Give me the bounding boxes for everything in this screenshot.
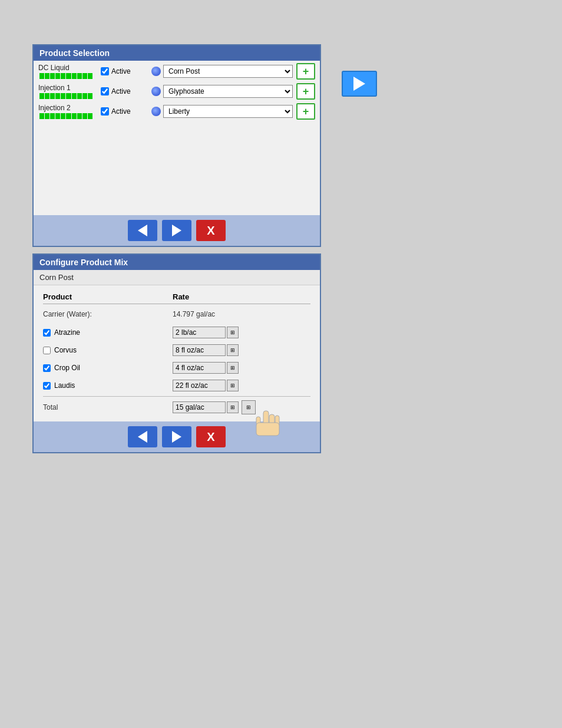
injection2-plus-button[interactable]: + xyxy=(296,103,315,120)
configure-back-icon xyxy=(138,431,147,443)
injection2-label: Injection 2 xyxy=(38,104,94,112)
dc-liquid-dropdown-container: Corn Post Glyphosate Liberty xyxy=(151,65,293,78)
atrazine-label: Atrazine xyxy=(54,328,80,337)
seg9 xyxy=(82,73,87,79)
injection2-label-col: Injection 2 xyxy=(38,104,97,119)
configure-footer: X xyxy=(34,421,320,452)
configure-header: Configure Product Mix xyxy=(34,255,320,270)
crop-oil-rate-field: ⊞ xyxy=(173,362,239,374)
injection1-active-checkbox[interactable]: Active xyxy=(101,87,148,95)
laudis-check-container[interactable]: Laudis xyxy=(43,381,173,390)
injection1-progress xyxy=(39,93,92,99)
carrier-label: Carrier (Water): xyxy=(43,310,173,318)
dc-liquid-row: DC Liquid Active Corn Post Glypho xyxy=(34,61,320,81)
configure-table-header: Product Rate xyxy=(43,290,310,304)
injection2-dropdown-container: Corn Post Glyphosate Liberty xyxy=(151,105,293,118)
carrier-value: 14.797 gal/ac xyxy=(173,310,215,318)
dc-liquid-plus-icon: + xyxy=(303,65,309,78)
configure-forward-icon xyxy=(172,431,181,443)
injection1-row: Injection 1 Active Corn Post Glyp xyxy=(34,81,320,101)
injection2-plus-icon: + xyxy=(303,106,309,118)
injection2-dropdown[interactable]: Corn Post Glyphosate Liberty xyxy=(163,105,293,118)
dc-liquid-progress xyxy=(39,73,92,79)
product-selection-header: Product Selection xyxy=(34,45,320,61)
injection1-active-label: Active xyxy=(111,87,131,95)
injection1-active-input[interactable] xyxy=(101,87,109,95)
configure-close-button[interactable]: X xyxy=(196,426,226,447)
dc-liquid-dropdown[interactable]: Corn Post Glyphosate Liberty xyxy=(163,65,293,78)
atrazine-rate-icon[interactable]: ⊞ xyxy=(227,327,239,338)
seg4 xyxy=(55,113,60,119)
seg4 xyxy=(55,93,60,99)
crop-oil-checkbox[interactable] xyxy=(43,364,51,372)
atrazine-rate-input[interactable] xyxy=(173,327,226,338)
play-icon xyxy=(353,77,365,91)
dc-liquid-active-label: Active xyxy=(111,67,131,75)
product-selection-panel: Product Selection DC Liquid Active xyxy=(32,44,321,247)
dc-liquid-label-col: DC Liquid xyxy=(38,64,97,79)
total-table-icon[interactable]: ⊞ xyxy=(242,400,256,414)
seg2 xyxy=(45,73,49,79)
configure-back-button[interactable] xyxy=(128,426,157,447)
crop-oil-rate-icon[interactable]: ⊞ xyxy=(227,362,239,374)
laudis-checkbox[interactable] xyxy=(43,382,51,390)
seg5 xyxy=(61,93,65,99)
laudis-rate-field: ⊞ xyxy=(173,380,239,391)
total-row: Total ⊞ ⊞ xyxy=(43,396,310,417)
play-button[interactable] xyxy=(342,71,377,97)
seg7 xyxy=(72,113,77,119)
configure-body: Product Rate Carrier (Water): 14.797 gal… xyxy=(34,285,320,421)
injection2-active-checkbox[interactable]: Active xyxy=(101,107,148,116)
product-selection-back-button[interactable] xyxy=(128,220,157,241)
crop-oil-row: Crop Oil ⊞ xyxy=(43,360,310,376)
injection1-dropdown[interactable]: Corn Post Glyphosate Liberty xyxy=(163,85,293,98)
corvus-rate-input[interactable] xyxy=(173,344,226,356)
dc-liquid-active-checkbox[interactable]: Active xyxy=(101,67,148,75)
seg10 xyxy=(88,73,92,79)
crop-oil-check-container[interactable]: Crop Oil xyxy=(43,364,173,372)
injection2-active-input[interactable] xyxy=(101,107,109,116)
seg10 xyxy=(88,93,92,99)
seg3 xyxy=(50,73,55,79)
product-selection-title: Product Selection xyxy=(39,48,110,58)
atrazine-check-container[interactable]: Atrazine xyxy=(43,328,173,337)
forward-icon xyxy=(172,225,181,236)
injection1-plus-button[interactable]: + xyxy=(296,83,315,100)
configure-subheader-text: Corn Post xyxy=(39,273,74,282)
seg5 xyxy=(61,113,65,119)
total-rate-icon[interactable]: ⊞ xyxy=(227,401,239,413)
crop-oil-rate-input[interactable] xyxy=(173,362,226,374)
crop-oil-label: Crop Oil xyxy=(54,364,80,372)
seg4 xyxy=(55,73,60,79)
laudis-rate-icon[interactable]: ⊞ xyxy=(227,380,239,391)
atrazine-checkbox[interactable] xyxy=(43,329,51,337)
total-rate-input[interactable] xyxy=(173,401,226,413)
seg5 xyxy=(61,73,65,79)
injection2-active-label: Active xyxy=(111,107,131,116)
seg7 xyxy=(72,73,77,79)
seg8 xyxy=(77,73,82,79)
injection1-dropdown-container: Corn Post Glyphosate Liberty xyxy=(151,85,293,98)
seg2 xyxy=(45,113,49,119)
product-selection-close-button[interactable]: X xyxy=(196,220,226,241)
seg9 xyxy=(82,93,87,99)
dc-liquid-active-input[interactable] xyxy=(101,67,109,75)
seg6 xyxy=(66,93,71,99)
product-selection-empty-area xyxy=(34,121,320,215)
injection1-label-col: Injection 1 xyxy=(38,84,97,99)
seg2 xyxy=(45,93,49,99)
dc-liquid-circle-icon xyxy=(151,67,161,76)
corvus-checkbox[interactable] xyxy=(43,347,51,354)
corvus-check-container[interactable]: Corvus xyxy=(43,346,173,354)
dc-liquid-label: DC Liquid xyxy=(38,64,94,72)
dc-liquid-plus-button[interactable]: + xyxy=(296,63,315,80)
rate-column-header: Rate xyxy=(173,292,310,301)
product-selection-forward-button[interactable] xyxy=(162,220,191,241)
seg8 xyxy=(77,93,82,99)
laudis-rate-input[interactable] xyxy=(173,380,226,391)
corvus-rate-icon[interactable]: ⊞ xyxy=(227,344,239,356)
configure-forward-button[interactable] xyxy=(162,426,191,447)
seg1 xyxy=(39,93,44,99)
configure-product-mix-panel: Configure Product Mix Corn Post Product … xyxy=(32,253,321,453)
seg10 xyxy=(88,113,92,119)
